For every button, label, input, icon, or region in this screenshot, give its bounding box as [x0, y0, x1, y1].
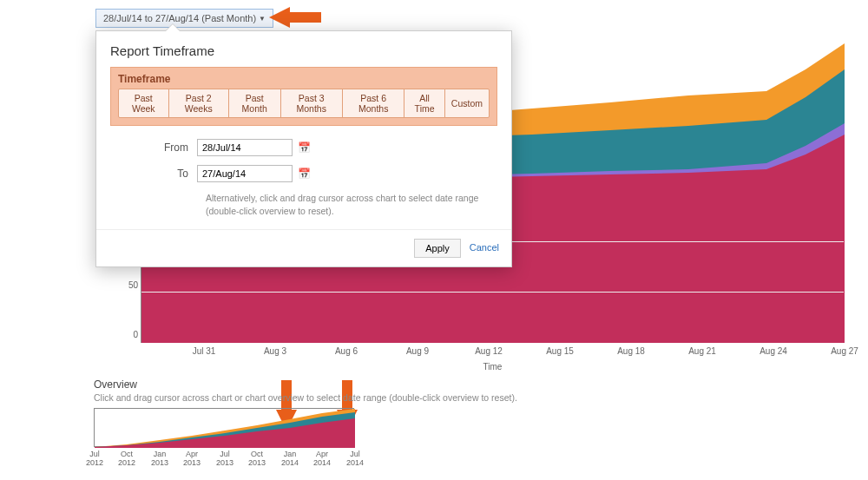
timeframe-panel: Timeframe Past Week Past 2 Weeks Past Mo…	[110, 67, 497, 126]
timeframe-past-2-weeks[interactable]: Past 2 Weeks	[168, 89, 229, 118]
ov-x-tick: Oct2012	[114, 450, 140, 468]
x-tick: Aug 6	[335, 346, 358, 356]
timeframe-button-group: Past Week Past 2 Weeks Past Month Past 3…	[118, 89, 490, 118]
x-tick: Aug 3	[264, 346, 286, 356]
apply-button[interactable]: Apply	[414, 239, 461, 258]
timeframe-past-month[interactable]: Past Month	[228, 89, 281, 118]
annotation-arrow-icon	[269, 7, 290, 28]
overview-chart[interactable]: Jul2012 Oct2012 Jan2013 Apr2013 Jul2013 …	[94, 408, 354, 447]
x-tick: Aug 15	[546, 346, 574, 356]
timeframe-past-week[interactable]: Past Week	[118, 89, 169, 118]
overview-section: Overview Click and drag cursor across ch…	[94, 378, 528, 447]
overview-subtitle: Click and drag cursor across chart or ch…	[94, 392, 528, 403]
ov-x-tick: Apr2014	[309, 450, 335, 468]
ov-x-tick: Jan2014	[277, 450, 303, 468]
x-tick: Aug 21	[688, 346, 716, 356]
calendar-icon[interactable]: 📅	[298, 168, 311, 180]
timeframe-popup: Report Timeframe Timeframe Past Week Pas…	[95, 30, 512, 267]
ov-x-tick: Jul2012	[82, 450, 108, 468]
ov-x-tick: Jul2014	[342, 450, 368, 468]
overview-title: Overview	[94, 378, 528, 391]
timeframe-custom[interactable]: Custom	[444, 89, 490, 118]
to-label: To	[110, 168, 197, 180]
cancel-link[interactable]: Cancel	[470, 239, 499, 258]
x-tick: Aug 27	[831, 346, 858, 356]
x-axis-label: Time	[141, 362, 844, 372]
y-tick: 0	[121, 330, 138, 339]
ov-x-tick: Jul2013	[212, 450, 238, 468]
ov-x-tick: Jan2013	[147, 450, 173, 468]
x-tick: Aug 18	[617, 346, 645, 356]
timeframe-past-6-months[interactable]: Past 6 Months	[342, 89, 404, 118]
hint-text: Alternatively, click and drag cursor acr…	[96, 187, 511, 229]
to-date-input[interactable]	[197, 165, 293, 182]
x-tick: Aug 24	[760, 346, 787, 356]
calendar-icon[interactable]: 📅	[298, 141, 311, 154]
popup-heading: Report Timeframe	[96, 31, 511, 67]
ov-x-tick: Oct2013	[244, 450, 270, 468]
timeframe-dropdown-label: 28/Jul/14 to 27/Aug/14 (Past Month)	[103, 13, 256, 23]
timeframe-past-3-months[interactable]: Past 3 Months	[280, 89, 343, 118]
timeframe-all-time[interactable]: All Time	[404, 89, 444, 118]
timeframe-panel-title: Timeframe	[118, 73, 490, 85]
y-tick: 50	[121, 280, 138, 290]
timeframe-dropdown[interactable]: 28/Jul/14 to 27/Aug/14 (Past Month) ▼	[95, 9, 273, 28]
x-tick: Aug 12	[475, 346, 503, 356]
x-tick: Jul 31	[193, 346, 216, 356]
x-tick: Aug 9	[406, 346, 429, 356]
from-label: From	[110, 141, 197, 154]
caret-down-icon: ▼	[259, 15, 266, 23]
from-date-input[interactable]	[197, 139, 293, 156]
ov-x-tick: Apr2013	[179, 450, 205, 468]
